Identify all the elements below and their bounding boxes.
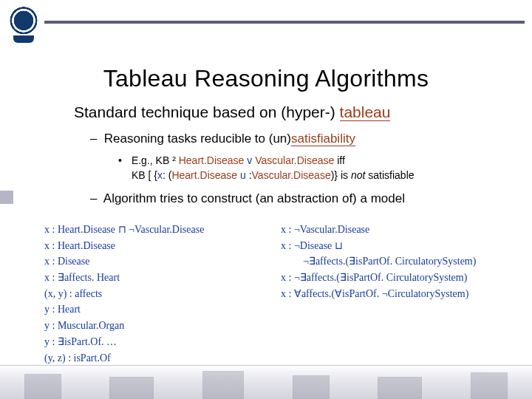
math-line: x : ¬Vascular.Disease <box>281 222 517 238</box>
math-line: y : Muscular.Organ <box>44 318 266 334</box>
ex-l2f: satisfiable <box>365 169 414 181</box>
ex-heart: Heart.Disease <box>176 154 247 166</box>
skyline-icon <box>0 366 532 399</box>
footer-skyline <box>0 365 532 399</box>
math-line: x : ∃affects. Heart <box>44 270 266 286</box>
dash-icon: – <box>90 191 100 206</box>
intro-line: Standard technique based on (hyper-) tab… <box>74 103 510 121</box>
bullet1-highlight: satisfiability <box>291 132 355 146</box>
math-line: (x, y) : affects <box>44 286 266 302</box>
math-right-column: x : ¬Vascular.Disease x : ¬Disease ⊔ ¬∃a… <box>281 222 517 382</box>
bullet-model: – Algorithm tries to construct (an abstr… <box>90 191 510 206</box>
header-divider <box>44 21 525 24</box>
math-line: x : Heart.Disease ⊓ ¬Vascular.Disease <box>44 222 266 238</box>
ex-l2d: : <box>246 169 252 181</box>
intro-highlight: tableau <box>340 103 391 121</box>
ex-l2e: )} is <box>331 169 351 181</box>
math-line: y : Heart <box>44 301 266 318</box>
math-line: x : Disease <box>44 253 266 270</box>
university-crest-icon <box>7 6 40 38</box>
bullet-icon: • <box>118 154 129 168</box>
math-line: x : Heart.Disease <box>44 238 266 254</box>
slide-title: Tableau Reasoning Algorithms <box>0 65 532 92</box>
ex-vasc: Vascular.Disease <box>252 154 337 166</box>
dash-icon: – <box>90 132 100 146</box>
ex-varx: x <box>157 169 163 181</box>
math-line: x : ∀affects.(∀isPartOf. ¬CirculatorySys… <box>281 286 517 302</box>
math-left-column: x : Heart.Disease ⊓ ¬Vascular.Disease x … <box>44 222 266 382</box>
ex-l2b: { <box>151 169 157 181</box>
bullet-satisfiability: – Reasoning tasks reducible to (un)satis… <box>90 132 510 146</box>
intro-prefix: Standard technique based on (hyper-) <box>74 103 340 120</box>
math-line: (y, z) : isPart.Of <box>44 350 266 366</box>
example-block: • E.g., KB ² Heart.Disease v Vascular.Di… <box>118 154 510 183</box>
ex-l2a: KB <box>132 169 149 181</box>
ex-not: not <box>351 169 365 181</box>
math-derivation: x : Heart.Disease ⊓ ¬Vascular.Disease x … <box>44 222 517 382</box>
slide-body: Standard technique based on (hyper-) tab… <box>74 103 510 214</box>
math-line: ¬∃affects.(∃isPartOf. CirculatorySystem) <box>281 253 517 270</box>
bullet1-prefix: Reasoning tasks reducible to (un) <box>104 132 291 146</box>
ex-vasc2: Vascular.Disease <box>252 169 331 181</box>
ex-l2c: : ( <box>163 169 171 181</box>
math-line: x : ¬Disease ⊔ <box>281 238 517 254</box>
math-line: y : ∃isPart.Of. … <box>44 334 266 350</box>
math-line: x : ¬∃affects.(∃isPartOf. CirculatorySys… <box>281 270 517 286</box>
bullet2-text: Algorithm tries to construct (an abstrac… <box>103 191 405 205</box>
ex-heart2: Heart.Disease <box>171 169 240 181</box>
side-tab <box>0 191 13 204</box>
ex-and-sym: u <box>240 169 246 181</box>
ex-iff: iff <box>337 154 345 166</box>
ex-l1a: E.g., KB <box>132 154 172 166</box>
